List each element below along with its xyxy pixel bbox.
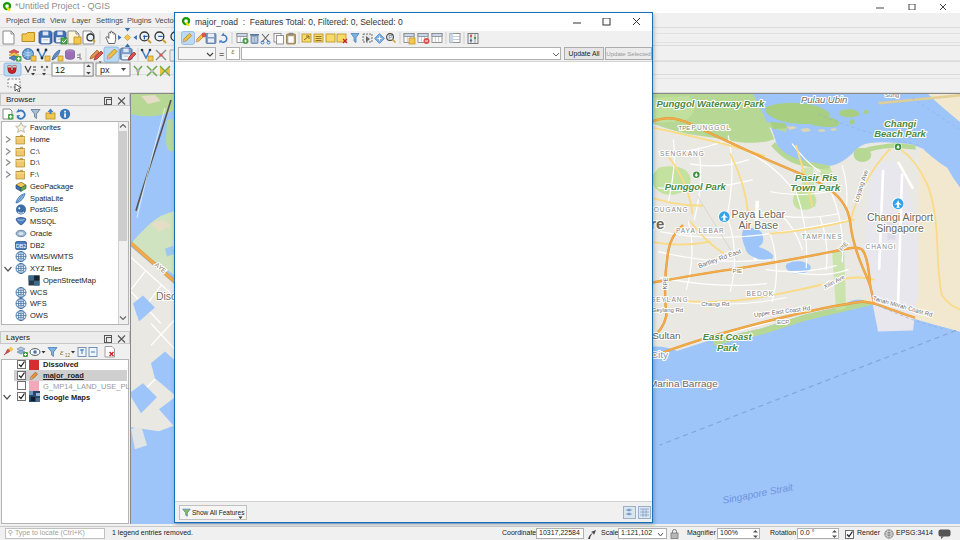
svg-text:px: px: [100, 65, 110, 75]
svg-text:Punggol Park: Punggol Park: [665, 181, 727, 192]
svg-text:SENGKANG: SENGKANG: [660, 150, 705, 157]
svg-text:BEDOK: BEDOK: [746, 290, 774, 297]
svg-text:PIE: PIE: [732, 268, 742, 274]
svg-text:KPE: KPE: [662, 277, 669, 289]
svg-text:Geylang Rd: Geylang Rd: [652, 307, 684, 313]
svg-text:ECP: ECP: [777, 319, 789, 325]
svg-text:GEYLANG: GEYLANG: [650, 296, 688, 303]
svg-text:HOUGANG: HOUGANG: [648, 206, 688, 213]
svg-text:East Coast: East Coast: [703, 331, 753, 342]
svg-text:ε: ε: [60, 347, 64, 357]
svg-text:City: City: [651, 349, 668, 360]
svg-text:12: 12: [55, 65, 65, 75]
svg-text:Marina Barrage: Marina Barrage: [649, 378, 718, 389]
svg-text:Pulau Ubin: Pulau Ubin: [801, 94, 847, 105]
svg-text:PAYA LEBAR: PAYA LEBAR: [676, 227, 725, 234]
svg-text:Punggol Waterway Park: Punggol Waterway Park: [656, 98, 764, 109]
svg-text:TAMPINES: TAMPINES: [802, 233, 843, 240]
svg-text:12: 12: [65, 353, 71, 358]
svg-text:Town Park: Town Park: [790, 182, 841, 193]
svg-text:Paya Lebar: Paya Lebar: [731, 209, 785, 220]
svg-text:CHANGI: CHANGI: [866, 243, 897, 250]
svg-text:PUNGGOL: PUNGGOL: [692, 124, 731, 131]
svg-text:Sultan: Sultan: [652, 330, 680, 341]
svg-text:Park: Park: [717, 342, 738, 353]
svg-text:Changi Airport: Changi Airport: [867, 212, 933, 223]
svg-text:Beach Park: Beach Park: [874, 128, 926, 139]
svg-text:Changi Rd: Changi Rd: [701, 301, 729, 307]
svg-text:Sung: Sung: [885, 93, 899, 98]
svg-text:P: P: [388, 34, 392, 40]
svg-text:Air Base: Air Base: [738, 220, 778, 231]
svg-text:Singapore: Singapore: [876, 223, 924, 234]
svg-text:DB2: DB2: [16, 243, 27, 249]
svg-text:TPE: TPE: [679, 125, 691, 131]
